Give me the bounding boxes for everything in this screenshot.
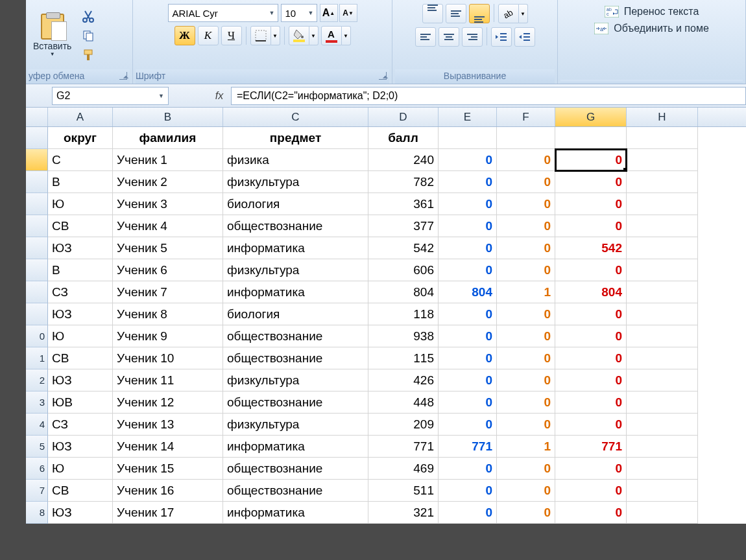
cell[interactable]: Ученик 12 xyxy=(113,391,223,414)
dialog-launcher-icon[interactable] xyxy=(379,72,387,80)
underline-button[interactable]: Ч xyxy=(221,26,242,45)
cell[interactable]: 0 xyxy=(439,237,497,259)
cell[interactable] xyxy=(627,281,698,303)
cell[interactable]: 804 xyxy=(439,281,497,303)
cell[interactable]: Ученик 6 xyxy=(113,259,223,281)
cell[interactable]: 0 xyxy=(497,414,555,436)
cell[interactable]: Ученик 1 xyxy=(113,149,223,171)
cell[interactable]: 0 xyxy=(497,369,555,391)
cell[interactable]: информатика xyxy=(223,237,368,259)
cell[interactable]: 511 xyxy=(368,480,439,502)
cell[interactable]: физкультура xyxy=(223,369,368,391)
cell[interactable]: ЮЗ xyxy=(48,237,113,259)
chevron-down-icon[interactable]: ▼ xyxy=(519,4,528,23)
cell[interactable] xyxy=(627,215,698,237)
cell[interactable]: обществознание xyxy=(223,325,368,347)
col-header-f[interactable]: F xyxy=(497,108,555,126)
row-header[interactable]: 3 xyxy=(26,391,48,414)
cell[interactable]: обществознание xyxy=(223,215,368,237)
cell[interactable]: Ученик 11 xyxy=(113,369,223,391)
cell[interactable] xyxy=(627,127,698,149)
cell[interactable]: обществознание xyxy=(223,458,368,480)
cell[interactable]: 361 xyxy=(368,193,439,215)
cell[interactable]: Ю xyxy=(48,458,113,480)
chevron-down-icon[interactable]: ▼ xyxy=(309,26,319,45)
cell[interactable]: 0 xyxy=(439,193,497,215)
row-header[interactable] xyxy=(26,193,48,215)
cell[interactable]: 0 xyxy=(555,458,627,480)
cell[interactable]: 0 xyxy=(555,347,627,369)
cell[interactable]: ЮЗ xyxy=(48,303,113,325)
row-header[interactable] xyxy=(26,259,48,281)
cell[interactable]: В xyxy=(48,171,113,193)
cell[interactable]: 0 xyxy=(439,149,497,171)
cell[interactable] xyxy=(627,325,698,347)
font-size-combo[interactable]: 10 ▼ xyxy=(281,4,317,22)
wrap-text-button[interactable]: abc Перенос текста xyxy=(605,5,699,18)
col-header-c[interactable]: C xyxy=(223,108,368,126)
chevron-down-icon[interactable]: ▼ xyxy=(342,26,351,45)
cell[interactable] xyxy=(627,502,698,524)
cell[interactable]: 469 xyxy=(368,458,439,480)
cell[interactable] xyxy=(627,391,698,414)
align-center-button[interactable] xyxy=(439,27,459,47)
cell[interactable]: 0 xyxy=(439,259,497,281)
cell[interactable] xyxy=(627,369,698,391)
cell[interactable]: 448 xyxy=(368,391,439,414)
cell[interactable]: Ю xyxy=(48,325,113,347)
align-bottom-button[interactable] xyxy=(469,4,490,23)
cell[interactable]: информатика xyxy=(223,502,368,524)
align-middle-button[interactable] xyxy=(446,4,466,23)
cell[interactable]: 0 xyxy=(555,502,627,524)
cell[interactable]: 0 xyxy=(439,458,497,480)
fill-color-button[interactable]: ▼ xyxy=(289,26,319,45)
cell[interactable]: 0 xyxy=(555,369,627,391)
cell[interactable]: 0 xyxy=(497,237,555,259)
row-header[interactable] xyxy=(26,303,48,325)
cell[interactable] xyxy=(627,347,698,369)
cell[interactable]: 0 xyxy=(439,303,497,325)
cell[interactable]: 0 xyxy=(555,414,627,436)
cell[interactable]: 0 xyxy=(497,502,555,524)
cell[interactable]: обществознание xyxy=(223,391,368,414)
cell[interactable]: 0 xyxy=(555,303,627,325)
cell[interactable]: 0 xyxy=(497,458,555,480)
font-name-combo[interactable]: ARIAL Cyr ▼ xyxy=(168,4,278,22)
cell[interactable]: 938 xyxy=(368,325,439,347)
cell[interactable]: 0 xyxy=(497,347,555,369)
cell[interactable]: 0 xyxy=(497,215,555,237)
row-header[interactable] xyxy=(26,237,48,259)
formula-input[interactable]: =ЕСЛИ(C2="информатика"; D2;0) xyxy=(231,87,746,105)
paste-button[interactable]: Вставить ▼ xyxy=(29,10,76,60)
cell[interactable]: 0 xyxy=(497,193,555,215)
orientation-button[interactable]: ab ▼ xyxy=(498,4,528,23)
cell[interactable]: Ученик 9 xyxy=(113,325,223,347)
format-painter-button[interactable] xyxy=(80,47,97,63)
cell[interactable]: Ученик 4 xyxy=(113,215,223,237)
row-header[interactable]: 2 xyxy=(26,369,48,391)
cell[interactable] xyxy=(627,171,698,193)
cell[interactable]: фамилия xyxy=(113,127,223,149)
row-header[interactable] xyxy=(26,127,48,149)
cell[interactable]: 0 xyxy=(497,325,555,347)
cell[interactable]: 426 xyxy=(368,369,439,391)
cell[interactable]: обществознание xyxy=(223,347,368,369)
row-header[interactable]: 7 xyxy=(26,480,48,502)
font-color-button[interactable]: A ▼ xyxy=(321,26,351,45)
bold-button[interactable]: Ж xyxy=(174,26,195,45)
cell[interactable] xyxy=(497,127,555,149)
cell[interactable]: СЗ xyxy=(48,414,113,436)
col-header-h[interactable]: H xyxy=(627,108,698,126)
cell[interactable]: физика xyxy=(223,149,368,171)
row-header[interactable]: 1 xyxy=(26,347,48,369)
cell[interactable] xyxy=(627,480,698,502)
cell[interactable]: 0 xyxy=(439,414,497,436)
cell[interactable] xyxy=(627,436,698,458)
cell[interactable]: 0 xyxy=(497,259,555,281)
fx-icon[interactable]: fx xyxy=(211,88,227,104)
cell[interactable]: 240 xyxy=(368,149,439,171)
row-header[interactable] xyxy=(26,149,48,171)
cell[interactable]: 0 xyxy=(497,480,555,502)
cell[interactable]: Ученик 16 xyxy=(113,480,223,502)
cell[interactable] xyxy=(627,193,698,215)
